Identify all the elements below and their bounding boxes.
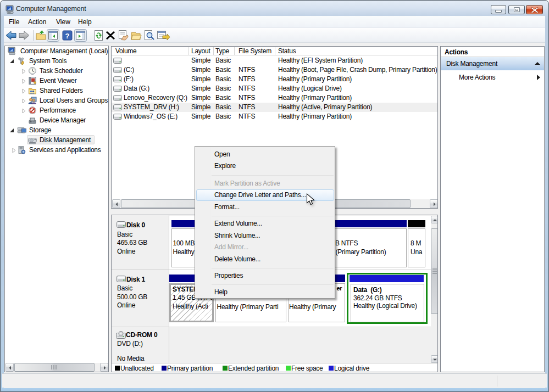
svg-text:?: ? <box>65 32 70 40</box>
